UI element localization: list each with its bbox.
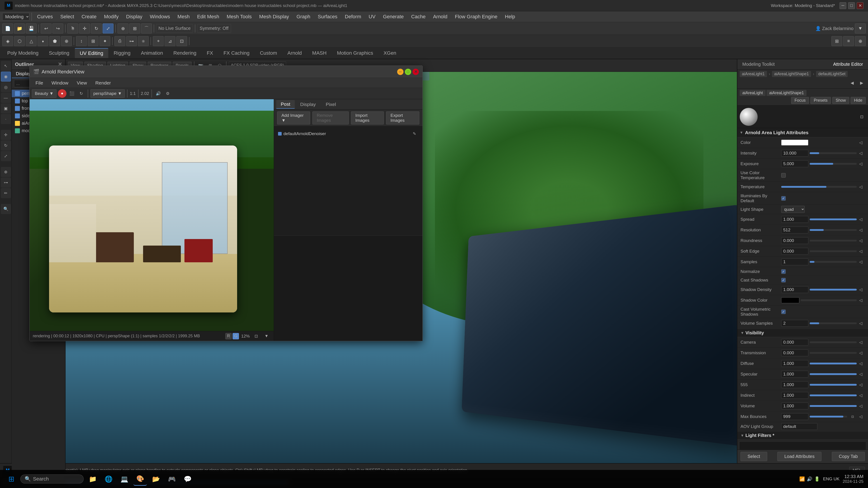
use-color-temp-checkbox[interactable]: [781, 173, 786, 177]
snap-grid-button[interactable]: ⊞: [129, 24, 140, 33]
windows-start-button[interactable]: ⊞: [4, 472, 18, 486]
prop-volume-samples-input[interactable]: [781, 320, 808, 327]
tab-fx-caching[interactable]: FX Caching: [219, 48, 254, 58]
arnold-stop-button[interactable]: ⬛: [68, 90, 76, 98]
taskbar-folder-button[interactable]: 📂: [149, 472, 163, 486]
prop-roundness-expand-icon[interactable]: ◁: [857, 236, 865, 245]
prop-diffuse-input[interactable]: [781, 360, 808, 367]
color-swatch[interactable]: [781, 140, 808, 145]
search-btn[interactable]: 🔍: [1, 204, 11, 214]
arnold-tab-pixel[interactable]: Pixel: [321, 100, 341, 108]
tab-rigging[interactable]: Rigging: [109, 48, 135, 58]
tab-motion-graphics[interactable]: Motion Graphics: [332, 48, 378, 58]
prop-temperature-slider[interactable]: [781, 186, 857, 188]
menu-mesh-display[interactable]: Mesh Display: [256, 12, 292, 21]
toolbar2-btn7[interactable]: ↕: [76, 36, 87, 46]
arnold-tab-post[interactable]: Post: [276, 100, 295, 109]
channel-rgb-button[interactable]: R: [225, 333, 232, 339]
symmetry-label[interactable]: Symmetry: Off: [197, 24, 231, 33]
open-scene-button[interactable]: 📁: [14, 24, 25, 33]
light-filters-section-header[interactable]: ▼ Light Filters *: [737, 431, 868, 440]
toolbar2-btn14[interactable]: ⊿: [164, 36, 176, 46]
vertex-mode-button[interactable]: ·: [1, 114, 11, 124]
prop-shadow-color-expand-icon[interactable]: ◁: [857, 296, 865, 304]
tab-sculpting[interactable]: Sculpting: [44, 48, 74, 58]
add-imager-button[interactable]: Add Imager ▼: [277, 111, 310, 125]
save-scene-button[interactable]: 💾: [26, 24, 37, 33]
render-preview[interactable]: [30, 99, 274, 331]
toolbar2-btn9[interactable]: ✦: [99, 36, 110, 46]
shadow-color-swatch[interactable]: [781, 297, 799, 303]
object-mode-button[interactable]: ◉: [1, 72, 11, 82]
arnold-settings-button[interactable]: ⚙: [164, 90, 172, 98]
prop-intensity-expand-icon[interactable]: ◁: [857, 149, 865, 157]
prop-555-slider[interactable]: [810, 384, 857, 386]
prop-shadow-density-input[interactable]: [781, 286, 808, 293]
prop-555-expand-icon[interactable]: ◁: [857, 381, 865, 389]
aov-item-default[interactable]: defaultArnoldDenoiser ✎: [276, 128, 421, 139]
show-button[interactable]: Show: [832, 97, 849, 104]
menu-flow-graph[interactable]: Flow Graph Engine: [452, 12, 500, 21]
toolbar2-btn4[interactable]: ⬧: [37, 36, 49, 46]
taskbar-explorer-button[interactable]: 📁: [86, 472, 99, 486]
right-toolbar-btn1[interactable]: ⊞: [831, 36, 842, 46]
taskbar-maya-button[interactable]: 🎨: [133, 472, 147, 486]
prop-diffuse-expand-icon[interactable]: ◁: [857, 359, 865, 367]
volume-icon[interactable]: 🔊: [807, 476, 812, 482]
prop-specular-slider[interactable]: [810, 373, 857, 375]
arnold-maximize-button[interactable]: □: [405, 69, 411, 75]
snap-point-button[interactable]: ⊕: [118, 24, 128, 33]
rotate-tool-btn[interactable]: ↻: [1, 140, 11, 151]
render-more-button[interactable]: ▼: [262, 332, 271, 340]
select-button[interactable]: Select: [741, 452, 767, 461]
prop-shadow-color-slider[interactable]: [801, 299, 857, 301]
taskbar-steam-button[interactable]: 🎮: [165, 472, 179, 486]
prop-volume-expand-icon[interactable]: ◁: [857, 402, 865, 410]
menu-uv[interactable]: UV: [366, 12, 379, 21]
tab-attribute-editor[interactable]: Attribute Editor: [831, 60, 866, 68]
maximize-button[interactable]: □: [848, 2, 855, 9]
prop-volume-samples-slider[interactable]: [810, 322, 857, 324]
prop-intensity-input[interactable]: [781, 150, 808, 157]
render-fit-button[interactable]: ⊡: [252, 332, 260, 340]
arnold-refresh-button[interactable]: ↻: [77, 90, 86, 98]
tab-custom[interactable]: Custom: [255, 48, 282, 58]
prop-camera-vis-input[interactable]: [781, 339, 808, 346]
taskbar-browser-button[interactable]: 🌐: [102, 472, 115, 486]
tab-xgen[interactable]: XGen: [379, 48, 401, 58]
undo-button[interactable]: ↩: [41, 24, 52, 33]
toolbar2-btn6[interactable]: ⊕: [61, 36, 72, 46]
toolbar2-btn15[interactable]: ⊡: [176, 36, 187, 46]
prop-max-bounces-slider[interactable]: [810, 416, 847, 418]
illuminates-default-checkbox[interactable]: ✓: [781, 196, 786, 201]
toolbar2-btn8[interactable]: ⊞: [88, 36, 98, 46]
prop-indirect-slider[interactable]: [810, 394, 857, 396]
minimize-button[interactable]: ─: [839, 2, 846, 9]
nav-back-button[interactable]: ◀: [848, 79, 856, 87]
toolbar2-btn12[interactable]: ⍟: [138, 36, 149, 46]
close-button[interactable]: ✕: [857, 2, 864, 9]
toolbar2-btn1[interactable]: ◈: [2, 36, 13, 46]
toolbar2-btn13[interactable]: ⌖: [153, 36, 164, 46]
prop-exposure-input[interactable]: [781, 160, 808, 167]
arnold-audio-button[interactable]: 🔊: [154, 90, 162, 98]
snap-curve-button[interactable]: ⌒: [141, 24, 152, 33]
arnold-play-button[interactable]: ●: [58, 89, 66, 98]
right-toolbar-btn3[interactable]: ⊕: [855, 36, 866, 46]
load-attributes-button[interactable]: Load Attributes: [777, 452, 822, 461]
prop-spread-expand-icon[interactable]: ◁: [857, 215, 865, 223]
menu-windows[interactable]: Windows: [147, 12, 173, 21]
prop-camera-vis-slider[interactable]: [810, 341, 857, 343]
prop-diffuse-slider[interactable]: [810, 363, 857, 364]
prop-transmission-expand-icon[interactable]: ◁: [857, 349, 865, 357]
prop-soft-edge-input[interactable]: [781, 248, 808, 255]
prop-volume-samples-expand-icon[interactable]: ◁: [857, 319, 865, 327]
node-type-aiAreaLight[interactable]: aiAreaLight: [740, 90, 766, 96]
prop-exposure-slider[interactable]: [810, 163, 857, 165]
prop-555-input[interactable]: [781, 381, 808, 388]
arnold-camera-selector[interactable]: Beauty▼: [32, 89, 57, 98]
prop-roundness-slider[interactable]: [810, 240, 857, 241]
prop-camera-vis-expand-icon[interactable]: ◁: [857, 338, 865, 346]
cast-shadows-checkbox[interactable]: ✓: [781, 278, 786, 283]
arnold-menu-render[interactable]: Render: [92, 79, 115, 87]
